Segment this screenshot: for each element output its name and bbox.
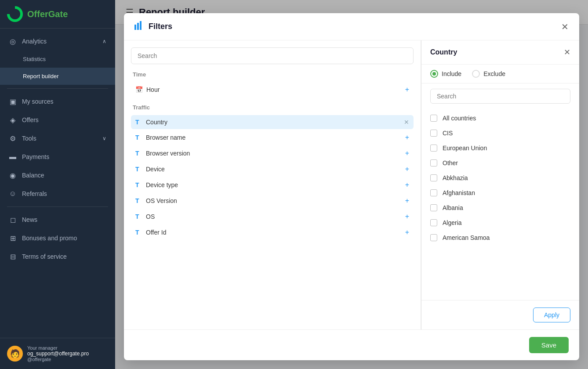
list-item[interactable]: CIS bbox=[421, 126, 579, 141]
filters-close-button[interactable]: ✕ bbox=[561, 22, 569, 32]
country-checkbox-afghanistan[interactable] bbox=[430, 189, 437, 196]
column-item-browser-version[interactable]: T Browser version + bbox=[131, 146, 414, 161]
device-type-icon: T bbox=[135, 166, 142, 173]
svg-rect-1 bbox=[137, 23, 139, 30]
sidebar-item-analytics[interactable]: ◎ Analytics ∧ bbox=[0, 32, 115, 51]
country-panel-header: Country ✕ bbox=[421, 40, 579, 65]
filters-body: Time 📅 Hour + Traffic T Country bbox=[124, 40, 579, 329]
country-checkbox-abkhazia[interactable] bbox=[430, 174, 437, 181]
filters-chart-icon bbox=[134, 21, 144, 32]
traffic-items: T Country ✕ T Browser name + T Browser v… bbox=[131, 115, 414, 240]
tools-icon: ⚙ bbox=[9, 134, 17, 142]
sidebar-bottom: 🧑 Your manager og_support@offergate.pro … bbox=[0, 338, 115, 369]
main-content: ☰ Report builder ∨ Re... Today Compare +… bbox=[115, 0, 588, 369]
analytics-chevron-icon: ∧ bbox=[102, 38, 106, 44]
browser-version-add-button[interactable]: + bbox=[405, 149, 409, 157]
time-items: 📅 Hour + bbox=[131, 82, 414, 97]
country-checkbox-algeria[interactable] bbox=[430, 219, 437, 226]
column-item-browser-name[interactable]: T Browser name + bbox=[131, 130, 414, 145]
country-type-icon: T bbox=[135, 119, 142, 126]
manager-info: 🧑 Your manager og_support@offergate.pro … bbox=[7, 345, 108, 362]
calendar-icon: 📅 bbox=[135, 86, 143, 93]
list-item[interactable]: European Union bbox=[421, 141, 579, 156]
browser-name-add-button[interactable]: + bbox=[405, 134, 409, 141]
filters-modal-header: Filters ✕ bbox=[124, 13, 579, 40]
sidebar-item-balance[interactable]: ◉ Balance bbox=[0, 166, 115, 184]
hour-add-button[interactable]: + bbox=[405, 86, 409, 94]
country-checkbox-albania[interactable] bbox=[430, 204, 437, 211]
country-checkbox-cis[interactable] bbox=[430, 130, 437, 137]
device-add-button[interactable]: + bbox=[405, 165, 409, 173]
exclude-radio-circle bbox=[472, 70, 480, 78]
os-version-type-icon: T bbox=[135, 197, 142, 204]
sidebar-item-news[interactable]: ◻ News bbox=[0, 210, 115, 229]
apply-button[interactable]: Apply bbox=[533, 308, 570, 322]
list-item[interactable]: Algeria bbox=[421, 215, 579, 230]
save-button[interactable]: Save bbox=[529, 337, 569, 353]
filters-modal-footer: Save bbox=[124, 329, 579, 360]
column-item-offer-id[interactable]: T Offer Id + bbox=[131, 225, 414, 240]
offers-icon: ◈ bbox=[9, 116, 17, 124]
list-item[interactable]: Afghanistan bbox=[421, 185, 579, 200]
filters-modal-title: Filters bbox=[149, 22, 172, 31]
list-item[interactable]: Other bbox=[421, 156, 579, 170]
sidebar: OfferGate ◎ Analytics ∧ Statistics Repor… bbox=[0, 0, 115, 369]
offer-id-add-button[interactable]: + bbox=[405, 228, 409, 236]
sidebar-item-my-sources[interactable]: ▣ My sources bbox=[0, 92, 115, 111]
country-checkbox-other[interactable] bbox=[430, 159, 437, 166]
list-item[interactable]: Abkhazia bbox=[421, 170, 579, 185]
os-version-add-button[interactable]: + bbox=[405, 197, 409, 205]
sidebar-item-report-builder[interactable]: Report builder bbox=[0, 68, 115, 85]
list-item[interactable]: Albania bbox=[421, 200, 579, 215]
sidebar-item-payments[interactable]: ▬ Payments bbox=[0, 148, 115, 166]
country-panel-footer: Apply bbox=[421, 300, 579, 329]
column-item-country[interactable]: T Country ✕ bbox=[131, 115, 414, 129]
sidebar-item-terms[interactable]: ⊟ Terms of service bbox=[0, 247, 115, 266]
referrals-icon: ☺ bbox=[9, 190, 17, 198]
device-type-type-icon: T bbox=[135, 181, 142, 188]
bonuses-icon: ⊞ bbox=[9, 234, 17, 242]
columns-search-input[interactable] bbox=[131, 47, 414, 64]
country-checkbox-eu[interactable] bbox=[430, 145, 437, 152]
column-item-hour[interactable]: 📅 Hour + bbox=[131, 82, 414, 97]
logo: OfferGate bbox=[0, 0, 115, 29]
country-checkbox-all[interactable] bbox=[430, 115, 437, 122]
browser-version-type-icon: T bbox=[135, 150, 142, 157]
offer-id-type-icon: T bbox=[135, 229, 142, 236]
country-panel: Country ✕ Include Exclude bbox=[421, 40, 579, 329]
country-panel-close-button[interactable]: ✕ bbox=[564, 47, 570, 57]
country-search-input[interactable] bbox=[430, 89, 570, 104]
list-item[interactable]: All countries bbox=[421, 111, 579, 126]
tools-chevron-icon: ∨ bbox=[102, 135, 106, 141]
include-radio[interactable]: Include bbox=[430, 70, 461, 78]
sidebar-nav: ◎ Analytics ∧ Statistics Report builder … bbox=[0, 29, 115, 269]
device-type-add-button[interactable]: + bbox=[405, 181, 409, 189]
time-section-title: Time bbox=[131, 71, 414, 78]
column-item-device-type[interactable]: T Device type + bbox=[131, 177, 414, 192]
sidebar-item-offers[interactable]: ◈ Offers bbox=[0, 111, 115, 129]
include-exclude-row: Include Exclude bbox=[421, 65, 579, 83]
exclude-radio[interactable]: Exclude bbox=[472, 70, 505, 78]
my-sources-icon: ▣ bbox=[9, 98, 17, 105]
column-item-device[interactable]: T Device + bbox=[131, 162, 414, 177]
column-item-os[interactable]: T OS + bbox=[131, 209, 414, 224]
analytics-icon: ◎ bbox=[9, 37, 17, 45]
sidebar-item-statistics[interactable]: Statistics bbox=[0, 51, 115, 68]
logo-text: OfferGate bbox=[27, 9, 68, 19]
column-item-os-version[interactable]: T OS Version + bbox=[131, 193, 414, 208]
sidebar-item-bonuses-promo[interactable]: ⊞ Bonuses and promo bbox=[0, 229, 115, 247]
filters-modal: Filters ✕ Time 📅 Hour + bbox=[124, 13, 579, 360]
terms-icon: ⊟ bbox=[9, 253, 17, 260]
sidebar-item-referrals[interactable]: ☺ Referrals bbox=[0, 184, 115, 203]
columns-panel: Time 📅 Hour + Traffic T Country bbox=[124, 40, 421, 329]
country-remove-button[interactable]: ✕ bbox=[404, 119, 409, 126]
list-item[interactable]: American Samoa bbox=[421, 230, 579, 245]
os-add-button[interactable]: + bbox=[405, 213, 409, 221]
sidebar-item-tools[interactable]: ⚙ Tools ∨ bbox=[0, 129, 115, 148]
svg-rect-2 bbox=[140, 21, 142, 30]
country-panel-title: Country bbox=[430, 48, 457, 56]
traffic-section-title: Traffic bbox=[131, 104, 414, 111]
country-checkbox-american-samoa[interactable] bbox=[430, 234, 437, 241]
payments-icon: ▬ bbox=[9, 153, 17, 161]
time-section: Time 📅 Hour + bbox=[131, 71, 414, 97]
